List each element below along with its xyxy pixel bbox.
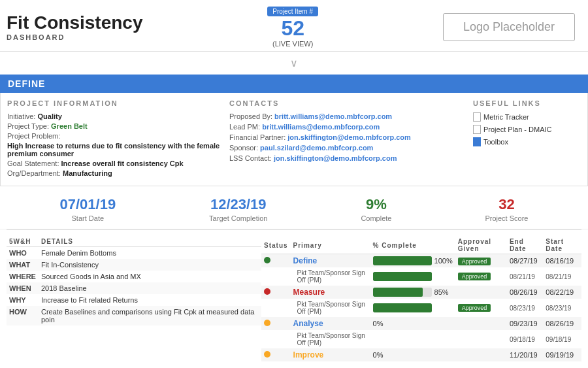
contact-row: Financial Partner: jon.skiffington@demo.… <box>229 133 466 141</box>
status-dot <box>264 320 270 326</box>
live-view-label: (LIVE VIEW) <box>267 40 318 48</box>
define-section: DEFINE PROJECT INFORMATION Initiative: Q… <box>0 75 588 186</box>
sub-label-cell: Pkt Team/Sponsor Sign Off (PM) <box>291 299 370 317</box>
status-dot-cell <box>261 286 291 299</box>
start-date-cell: 09/19/19 <box>543 348 581 361</box>
col-5wh: 5W&H <box>7 237 39 247</box>
approved-badge: Approved <box>458 258 491 265</box>
sub-start-date-cell: 08/23/19 <box>543 299 581 317</box>
percent-cell: 100% <box>370 254 455 268</box>
phase-name-cell: Define <box>291 254 370 268</box>
contact-row: LSS Contact: jon.skiffington@demo.mbfcor… <box>229 154 466 162</box>
progress-bar-fill <box>373 288 423 297</box>
date-value: 32 <box>485 196 528 213</box>
contact-email: jon.skiffington@demo.mbfcorp.com <box>287 133 411 141</box>
initiative-value: Quality <box>37 112 61 120</box>
header: Fit Consistency DASHBOARD Project Item #… <box>0 0 588 52</box>
percent-cell: 0% <box>370 317 455 330</box>
phase-label: Improve <box>293 350 324 360</box>
page-subtitle: DASHBOARD <box>7 33 142 41</box>
links-items: Metric TrackerProject Plan - DMAICToolbo… <box>473 112 581 146</box>
approval-cell <box>455 286 507 299</box>
goal-label: Goal Statement: <box>7 159 59 167</box>
define-body: PROJECT INFORMATION Initiative: Quality … <box>0 93 588 186</box>
date-label: Project Score <box>485 214 528 222</box>
goal-row: Goal Statement: Increase overall fit con… <box>7 159 223 167</box>
sub-approval-cell <box>455 330 507 348</box>
contact-label: Financial Partner: <box>229 133 286 141</box>
percent-label: 100% <box>434 257 453 265</box>
project-type-row: Project Type: Green Belt <box>7 122 223 130</box>
date-label: Target Completion <box>209 214 267 222</box>
date-value: 12/23/19 <box>209 196 267 213</box>
link-item[interactable]: Project Plan - DMAIC <box>473 125 581 134</box>
link-label: Metric Tracker <box>483 113 529 121</box>
chevron-icon[interactable]: ∨ <box>0 52 588 75</box>
approval-cell <box>455 348 507 361</box>
table-row: WHATFit In-Consistency <box>7 259 261 271</box>
sub-percent-cell <box>370 267 455 286</box>
status-dot <box>264 351 270 358</box>
status-dot-cell <box>261 254 291 268</box>
contact-row: Proposed By: britt.williams@demo.mbfcorp… <box>229 112 466 120</box>
progress-bar-fill <box>373 256 432 265</box>
project-item-badge: Project Item # <box>267 7 318 16</box>
sub-approved-badge: Approved <box>458 304 491 312</box>
status-col-header: % Complete <box>370 237 455 254</box>
contact-email: britt.williams@demo.mbfcorp.com <box>274 112 392 120</box>
5wh-key: WHAT <box>7 259 39 271</box>
header-left: Fit Consistency DASHBOARD <box>7 13 142 41</box>
sub-dot-cell <box>261 299 291 317</box>
contacts-col: CONTACTS Proposed By: britt.williams@dem… <box>229 99 466 179</box>
contact-email: paul.szilard@demo.mbfcorp.com <box>260 144 373 152</box>
define-header: DEFINE <box>0 75 588 93</box>
status-sub-row: Pkt Team/Sponsor Sign Off (PM)09/18/1909… <box>261 330 581 348</box>
percent-label: 0% <box>373 351 384 359</box>
goal-value: Increase overall fit consistency Cpk <box>61 159 184 167</box>
5wh-value: 2018 Baseline <box>39 282 261 294</box>
contacts-label: CONTACTS <box>229 99 466 107</box>
project-problem-label: Project Problem: <box>7 132 60 140</box>
contact-label: LSS Contact: <box>229 154 272 162</box>
project-problem-label-row: Project Problem: <box>7 132 223 140</box>
date-label: Complete <box>361 214 391 222</box>
status-sub-row: Pkt Team/Sponsor Sign Off (PM)Approved08… <box>261 299 581 317</box>
sub-approval-cell: Approved <box>455 267 507 286</box>
sub-percent-cell <box>370 299 455 317</box>
contact-row: Sponsor: paul.szilard@demo.mbfcorp.com <box>229 144 466 152</box>
link-item[interactable]: Toolbox <box>473 137 581 146</box>
sub-label-cell: Pkt Team/Sponsor Sign Off (PM) <box>291 267 370 286</box>
link-icon <box>473 125 481 134</box>
contacts-rows: Proposed By: britt.williams@demo.mbfcorp… <box>229 112 466 162</box>
date-label: Start Date <box>59 214 116 222</box>
org-label: Org/Department: <box>7 169 61 177</box>
sub-label-cell: Pkt Team/Sponsor Sign Off (PM) <box>291 330 370 348</box>
approval-cell <box>455 317 507 330</box>
status-col-header: Status <box>261 237 291 254</box>
5wh-value: Increase to Fit related Returns <box>39 294 261 306</box>
phase-name-cell: Analyse <box>291 317 370 330</box>
project-info-label: PROJECT INFORMATION <box>7 99 223 107</box>
link-icon <box>473 112 481 122</box>
progress-bar <box>373 288 432 297</box>
project-problem-value-row: High Increase to returns due to fit cons… <box>7 142 223 158</box>
table-row: WHERESourced Goods in Asia and MX <box>7 271 261 282</box>
sub-progress-fill <box>373 272 432 281</box>
5wh-value: Create Baselines and comparisons using F… <box>39 306 261 326</box>
org-row: Org/Department: Manufacturing <box>7 169 223 177</box>
sub-progress-bar <box>373 272 432 281</box>
date-item: 9%Complete <box>361 196 391 222</box>
percent-label: 0% <box>373 320 384 327</box>
sub-percent-cell <box>370 330 455 348</box>
link-item[interactable]: Metric Tracker <box>473 112 581 122</box>
table-row: WHYIncrease to Fit related Returns <box>7 294 261 306</box>
5wh-value: Fit In-Consistency <box>39 259 261 271</box>
contact-label: Sponsor: <box>229 144 258 152</box>
percent-cell: 85% <box>370 286 455 299</box>
status-phase-row: Measure 85% 08/26/1908/22/19 <box>261 286 581 299</box>
end-date-cell: 08/26/19 <box>507 286 543 299</box>
percent-cell: 0% <box>370 348 455 361</box>
table-row: HOWCreate Baselines and comparisons usin… <box>7 306 261 326</box>
date-item: 32Project Score <box>485 196 528 222</box>
sub-dot-cell <box>261 267 291 286</box>
